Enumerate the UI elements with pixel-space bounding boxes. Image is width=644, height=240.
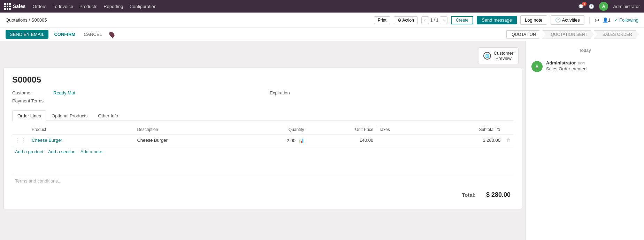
- product-description: Cheese Burger: [134, 134, 239, 146]
- col-product: Product: [29, 125, 134, 134]
- notification-bell[interactable]: 💬1: [578, 4, 584, 9]
- form-area: 🌐 CustomerPreview S00005 Customer Ready …: [0, 41, 526, 240]
- send-by-email-button[interactable]: SEND BY EMAIL: [6, 30, 48, 39]
- status-quotation: QUOTATION: [506, 30, 543, 39]
- chatter-header: Administrator now: [546, 60, 638, 65]
- customer-preview-label: CustomerPreview: [494, 51, 513, 61]
- nav-orders[interactable]: Orders: [33, 4, 47, 9]
- nav-reporting[interactable]: Reporting: [104, 4, 123, 9]
- col-subtotal: Subtotal ⇅: [424, 125, 503, 134]
- pager-text: 1 / 1: [430, 18, 438, 23]
- form-card: S00005 Customer Ready Mat Expiration Pay…: [3, 68, 522, 209]
- breadcrumb-current: S00005: [31, 17, 47, 23]
- drag-handle[interactable]: ⋮⋮: [15, 137, 26, 143]
- customer-field: Customer Ready Mat: [12, 90, 256, 95]
- cancel-button[interactable]: CANCEL: [81, 32, 105, 37]
- following-button[interactable]: ✓ Following: [614, 17, 638, 23]
- form-fields: Customer Ready Mat Expiration Payment Te…: [12, 90, 513, 103]
- status-sales-order: SALES ORDER: [594, 30, 639, 39]
- send-message-button[interactable]: Send message: [477, 16, 517, 24]
- terms-placeholder[interactable]: Terms and conditions...: [15, 178, 62, 184]
- avatar[interactable]: A: [599, 2, 608, 11]
- order-tabs: Order Lines Optional Products Other Info: [12, 110, 513, 121]
- brand-name: Sales: [13, 3, 26, 9]
- chatter-panel: Today A Administrator now Sales Order cr…: [526, 41, 644, 240]
- admin-name: Administrator: [613, 4, 640, 9]
- following-label: Following: [619, 17, 638, 23]
- breadcrumb: Quotations / S00005: [6, 17, 47, 23]
- chatter-time: now: [578, 61, 585, 65]
- total-area: Total: $ 280.00: [12, 188, 513, 202]
- brand: Sales: [4, 3, 26, 10]
- preview-area: 🌐 CustomerPreview: [0, 41, 526, 64]
- pager-next[interactable]: ›: [440, 16, 447, 24]
- create-button[interactable]: Create: [451, 16, 473, 24]
- adjust-icon[interactable]: ⇅: [497, 127, 500, 132]
- add-links: Add a product Add a section Add a note: [12, 146, 513, 157]
- add-product-link[interactable]: Add a product: [15, 149, 43, 154]
- tags-icon[interactable]: 🏷: [595, 17, 599, 23]
- product-name[interactable]: Cheese Burger: [32, 138, 62, 143]
- print-button[interactable]: Print: [374, 16, 390, 24]
- check-icon: ✓: [614, 17, 618, 23]
- col-description: Description: [134, 125, 239, 134]
- nav-to-invoice[interactable]: To Invoice: [53, 4, 73, 9]
- subtotal: $ 280.00: [424, 134, 503, 146]
- log-note-button[interactable]: Log note: [520, 15, 547, 25]
- col-quantity: Quantity: [240, 125, 307, 134]
- terms-area: Terms and conditions...: [12, 174, 513, 188]
- clock-icon[interactable]: 🕐: [589, 4, 594, 9]
- pager: ‹ 1 / 1 ›: [421, 16, 447, 24]
- tab-other-info[interactable]: Other Info: [93, 110, 123, 121]
- action-button[interactable]: ⚙ Action: [394, 16, 418, 24]
- table-row: ⋮⋮ Cheese Burger Cheese Burger 2.00 📊 14…: [12, 134, 513, 146]
- add-note-link[interactable]: Add a note: [80, 149, 102, 154]
- activities-label: Activities: [562, 17, 580, 23]
- status-quotation-sent: QUOTATION SENT: [542, 30, 594, 39]
- header-actions: Print ⚙ Action ‹ 1 / 1 › Create Send mes…: [374, 15, 638, 25]
- total-label: Total:: [462, 192, 476, 198]
- chatter-body: Administrator now Sales Order created: [546, 60, 638, 72]
- header-row: Quotations / S00005 Print ⚙ Action ‹ 1 /…: [0, 13, 644, 28]
- chatter-avatar: A: [531, 61, 543, 72]
- followers-count: 👤1: [603, 17, 611, 23]
- order-lines-table: Product Description Quantity Unit Price …: [12, 125, 513, 146]
- activities-icon: 🕐: [555, 17, 561, 23]
- nav-configuration[interactable]: Configuration: [130, 4, 156, 9]
- expiration-label: Expiration: [270, 90, 308, 95]
- notif-count: 1: [582, 2, 586, 6]
- tab-order-lines[interactable]: Order Lines: [12, 110, 46, 121]
- confirm-button[interactable]: CONFIRM: [51, 32, 78, 37]
- chart-icon[interactable]: 📊: [298, 138, 304, 143]
- payment-terms-field: Payment Terms: [12, 98, 256, 103]
- total-value: $ 280.00: [486, 191, 511, 199]
- tab-optional-products[interactable]: Optional Products: [46, 110, 93, 121]
- customer-value[interactable]: Ready Mat: [53, 90, 75, 95]
- add-section-link[interactable]: Add a section: [48, 149, 76, 154]
- pager-prev[interactable]: ‹: [421, 16, 429, 24]
- total-row: Total: $ 280.00: [462, 191, 511, 199]
- chatter-text: Sales Order created: [546, 66, 638, 71]
- main-layout: 🌐 CustomerPreview S00005 Customer Ready …: [0, 41, 644, 240]
- breadcrumb-sep: /: [29, 17, 30, 23]
- chatter-message: A Administrator now Sales Order created: [531, 60, 638, 72]
- globe-icon: 🌐: [483, 52, 491, 60]
- chatter-today: Today: [531, 45, 638, 56]
- unit-price[interactable]: 140.00: [307, 134, 376, 146]
- quantity: 2.00 📊: [240, 134, 307, 146]
- activities-button[interactable]: 🕐 Activities: [551, 15, 584, 25]
- app-grid-icon[interactable]: [4, 3, 11, 10]
- customer-preview-button[interactable]: 🌐 CustomerPreview: [478, 47, 519, 64]
- topnav-right: 💬1 🕐 A Administrator: [578, 2, 640, 11]
- delete-row-icon[interactable]: 🗑: [506, 138, 511, 143]
- chatter-author: Administrator: [546, 60, 576, 65]
- nav-products[interactable]: Products: [79, 4, 97, 9]
- col-taxes: Taxes: [376, 125, 424, 134]
- breadcrumb-parent[interactable]: Quotations: [6, 17, 28, 23]
- expiration-field: Expiration: [270, 90, 513, 95]
- drop-indicator: [108, 31, 115, 38]
- main-nav: Orders To Invoice Products Reporting Con…: [33, 4, 156, 9]
- toolbar: SEND BY EMAIL CONFIRM CANCEL QUOTATION Q…: [0, 28, 644, 41]
- top-navigation: Sales Orders To Invoice Products Reporti…: [0, 0, 644, 13]
- order-id: S00005: [12, 75, 513, 85]
